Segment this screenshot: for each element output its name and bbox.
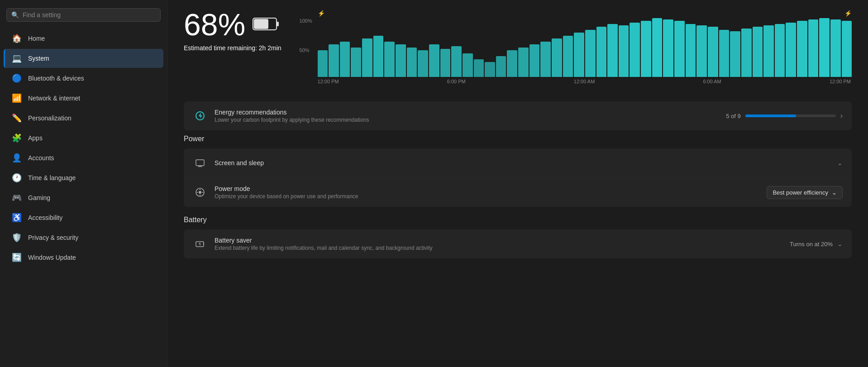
- sidebar-item-privacy[interactable]: 🛡️ Privacy & security: [4, 228, 163, 247]
- chart-bar: [596, 27, 607, 77]
- chart-bar: [708, 27, 718, 77]
- nav-icon-bluetooth: 🔵: [12, 73, 22, 83]
- search-input[interactable]: [23, 11, 156, 19]
- battery-left: 68% Estimated time remaining: 2h 2min: [184, 9, 281, 52]
- nav-icon-accessibility: ♿: [12, 213, 22, 223]
- battery-saver-row[interactable]: Battery saver Extend battery life by lim…: [184, 229, 852, 258]
- screen-sleep-row[interactable]: Screen and sleep ⌄: [184, 148, 852, 178]
- charging-icon-right: ⚡: [844, 10, 852, 17]
- sidebar-item-accessibility[interactable]: ♿ Accessibility: [4, 208, 163, 227]
- battery-saver-right: Turns on at 20% ⌄: [790, 240, 843, 248]
- energy-recommendations-row[interactable]: Energy recommendations Lower your carbon…: [184, 101, 852, 130]
- chart-bar: [696, 25, 707, 77]
- energy-text: Energy recommendations Lower your carbon…: [215, 109, 719, 123]
- chart-bar: [418, 50, 428, 77]
- chart-bar: [641, 21, 651, 77]
- main-content: 68% Estimated time remaining: 2h 2min: [167, 0, 868, 367]
- power-mode-icon: [193, 185, 207, 200]
- chart-bar: [329, 44, 339, 77]
- chart-bar: [529, 44, 540, 77]
- nav-label-privacy: Privacy & security: [28, 234, 78, 241]
- svg-rect-4: [196, 160, 204, 166]
- sidebar-item-bluetooth[interactable]: 🔵 Bluetooth & devices: [4, 69, 163, 88]
- chart-bar: [507, 50, 517, 77]
- chart-bar: [842, 21, 852, 77]
- search-icon: 🔍: [11, 11, 19, 19]
- nav-icon-gaming: 🎮: [12, 193, 22, 203]
- chart-bar: [373, 36, 384, 77]
- chart-bar: [429, 44, 439, 77]
- sidebar-item-time[interactable]: 🕐 Time & language: [4, 168, 163, 187]
- battery-section-title: Battery: [184, 216, 852, 224]
- chart-x-3: 12:00 AM: [574, 79, 595, 84]
- battery-saver-icon: [193, 237, 207, 251]
- nav-label-update: Windows Update: [28, 254, 76, 261]
- energy-progress-fill: [745, 114, 796, 117]
- power-mode-row[interactable]: Power mode Optimize your device based on…: [184, 178, 852, 207]
- sidebar-item-system[interactable]: 💻 System: [4, 49, 163, 68]
- chart-bar: [585, 30, 596, 77]
- chart-bar: [496, 56, 506, 77]
- sidebar: 🔍 🏠 Home 💻 System 🔵 Bluetooth & devices …: [0, 0, 167, 367]
- screen-sleep-chevron-icon: ⌄: [837, 159, 843, 167]
- sidebar-item-personalization[interactable]: ✏️ Personalization: [4, 109, 163, 128]
- chart-x-5: 12:00 PM: [830, 79, 851, 84]
- sidebar-item-gaming[interactable]: 🎮 Gaming: [4, 188, 163, 207]
- nav-items: 🏠 Home 💻 System 🔵 Bluetooth & devices 📶 …: [0, 28, 167, 268]
- nav-icon-accounts: 👤: [12, 153, 22, 163]
- sidebar-item-home[interactable]: 🏠 Home: [4, 29, 163, 48]
- chart-x-2: 6:00 PM: [447, 79, 466, 84]
- power-mode-title: Power mode: [215, 185, 759, 192]
- chart-container: ⚡ ⚡ 100% 50% 12:00 PM 6:00 PM 12:00 AM 6…: [300, 18, 852, 91]
- energy-progress-text: 5 of 9: [726, 113, 741, 119]
- power-mode-dropdown[interactable]: Best power efficiency ⌄: [767, 186, 843, 199]
- svg-rect-1: [277, 22, 279, 26]
- chart-bar: [485, 62, 495, 77]
- nav-label-network: Network & internet: [28, 95, 80, 102]
- nav-icon-home: 🏠: [12, 33, 22, 43]
- sidebar-item-accounts[interactable]: 👤 Accounts: [4, 148, 163, 167]
- chart-bar: [540, 42, 551, 77]
- power-section-title: Power: [184, 135, 852, 143]
- screen-sleep-right: ⌄: [837, 159, 843, 167]
- energy-chevron-icon: ›: [840, 112, 843, 120]
- power-mode-value: Best power efficiency: [773, 189, 828, 196]
- sidebar-item-network[interactable]: 📶 Network & internet: [4, 89, 163, 108]
- battery-saver-subtitle: Extend battery life by limiting notifica…: [215, 245, 782, 251]
- energy-progress-bar: [745, 114, 836, 117]
- charging-icon-left: ⚡: [318, 10, 325, 17]
- nav-label-time: Time & language: [28, 174, 76, 181]
- nav-label-apps: Apps: [28, 134, 43, 142]
- battery-percent-row: 68%: [184, 9, 281, 40]
- screen-sleep-title: Screen and sleep: [215, 159, 830, 167]
- nav-icon-system: 💻: [12, 53, 22, 63]
- energy-title: Energy recommendations: [215, 109, 719, 116]
- chart-bar: [384, 42, 395, 77]
- chart-bar: [786, 23, 796, 77]
- battery-icon: [253, 12, 280, 37]
- nav-icon-apps: 🧩: [12, 133, 22, 143]
- nav-label-accounts: Accounts: [28, 154, 54, 162]
- chart-bar: [674, 21, 685, 77]
- chart-bar: [819, 18, 830, 77]
- chart-bar: [351, 48, 361, 77]
- power-mode-right: Best power efficiency ⌄: [767, 186, 843, 199]
- nav-label-system: System: [28, 55, 49, 62]
- chart-bar: [730, 31, 740, 77]
- nav-label-bluetooth: Bluetooth & devices: [28, 75, 84, 82]
- sidebar-item-apps[interactable]: 🧩 Apps: [4, 129, 163, 148]
- power-mode-text: Power mode Optimize your device based on…: [215, 185, 759, 200]
- chart-bar: [830, 19, 841, 77]
- chart-x-4: 6:00 AM: [703, 79, 721, 84]
- chart-bar: [630, 23, 640, 77]
- screen-sleep-icon: [193, 156, 207, 170]
- search-bar[interactable]: 🔍: [6, 8, 161, 22]
- chart-bar: [451, 46, 462, 77]
- battery-saver-chevron-icon: ⌄: [837, 240, 843, 248]
- battery-percentage: 68%: [184, 9, 245, 40]
- battery-chart: ⚡ ⚡ 100% 50% 12:00 PM 6:00 PM 12:00 AM 6…: [300, 9, 852, 91]
- chart-bar: [362, 38, 372, 77]
- chart-bar: [340, 42, 350, 77]
- chart-bar: [463, 53, 473, 77]
- sidebar-item-update[interactable]: 🔄 Windows Update: [4, 248, 163, 267]
